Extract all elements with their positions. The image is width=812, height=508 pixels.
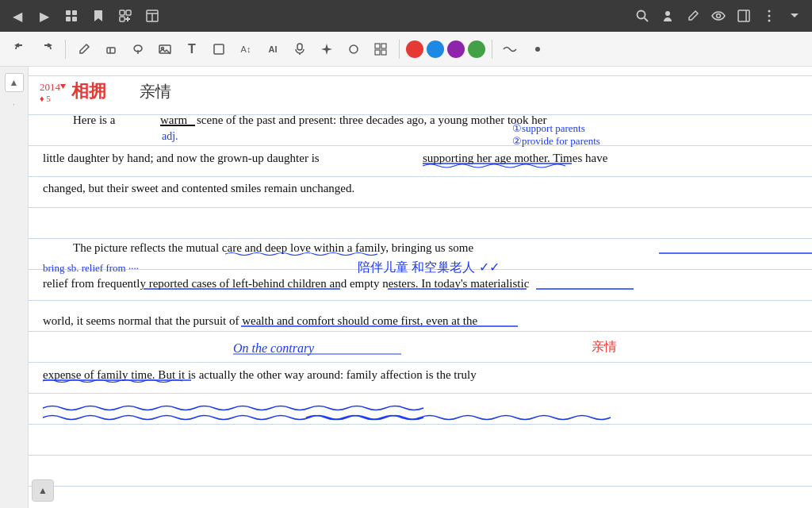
undo-button[interactable]: [8, 37, 32, 61]
bookmark-icon[interactable]: [87, 5, 109, 27]
top-navigation-bar: ◀ ▶: [0, 0, 812, 32]
svg-rect-4: [120, 10, 124, 15]
lasso-tool-button[interactable]: [126, 37, 150, 61]
ink-button[interactable]: [342, 37, 366, 61]
color-red[interactable]: [406, 40, 423, 58]
svg-rect-5: [126, 10, 131, 15]
image-insert-button[interactable]: [153, 37, 177, 61]
pen-edit-icon[interactable]: [682, 5, 704, 27]
svg-rect-31: [375, 50, 380, 55]
svg-point-14: [717, 14, 721, 18]
svg-point-33: [535, 47, 540, 52]
ai-button[interactable]: AI: [261, 37, 285, 61]
redo-button[interactable]: [35, 37, 59, 61]
dot-tool-button[interactable]: [526, 37, 550, 61]
svg-line-13: [645, 18, 649, 22]
document-area: 2014 ♦ 5 相拥 亲情 Here is a warm scene of t…: [29, 67, 812, 508]
scroll-up-container: ▲: [32, 479, 54, 502]
svg-point-17: [768, 10, 771, 13]
svg-rect-2: [66, 17, 71, 21]
svg-point-19: [768, 20, 771, 22]
text-icon: T: [188, 42, 196, 56]
separator: [65, 40, 66, 59]
expand-icon[interactable]: [783, 5, 806, 27]
eraser-tool-button[interactable]: [99, 37, 123, 61]
ai-icon: AI: [269, 44, 278, 54]
eye-icon[interactable]: [707, 5, 730, 27]
wave-tool-button[interactable]: [499, 37, 523, 61]
left-sidebar: ▲ ·: [0, 67, 29, 508]
text-tool-button[interactable]: T: [180, 37, 204, 61]
color-green[interactable]: [468, 40, 485, 58]
color-purple[interactable]: [447, 40, 465, 58]
svg-rect-32: [381, 50, 386, 55]
svg-point-12: [638, 11, 645, 19]
layout-icon[interactable]: [141, 5, 163, 27]
svg-rect-20: [107, 48, 115, 53]
svg-rect-25: [214, 44, 224, 54]
svg-rect-6: [120, 17, 124, 21]
user-icon[interactable]: [657, 5, 679, 27]
svg-rect-26: [297, 44, 302, 50]
scroll-up-button-bottom[interactable]: ▲: [32, 479, 54, 502]
scroll-up-button[interactable]: ▲: [5, 73, 24, 92]
panel-icon[interactable]: [733, 5, 755, 27]
svg-rect-3: [72, 17, 77, 21]
shape-tool-button[interactable]: [207, 37, 231, 61]
resize-a-icon: A↕: [241, 44, 251, 54]
pencil-tool-button[interactable]: [72, 37, 96, 61]
page-indicator: ·: [13, 100, 15, 109]
resize-text-button[interactable]: A↕: [234, 37, 258, 61]
microphone-button[interactable]: [288, 37, 312, 61]
add-icon[interactable]: [114, 5, 136, 27]
page-content: 2014 ♦ 5 相拥 亲情 Here is a warm scene of t…: [29, 67, 812, 508]
svg-rect-29: [375, 44, 380, 48]
more-options-icon[interactable]: [758, 5, 780, 27]
sparkle-button[interactable]: [315, 37, 339, 61]
svg-rect-15: [738, 10, 749, 21]
svg-rect-0: [66, 10, 71, 15]
ocr-button[interactable]: [369, 37, 393, 61]
grid-icon[interactable]: [60, 5, 82, 27]
sep2: [492, 40, 492, 59]
back-button[interactable]: ◀: [6, 5, 29, 27]
main-content-area: ▲ · 2014 ♦ 5 相拥 亲情 Here is a warm: [0, 67, 812, 508]
svg-point-18: [768, 15, 771, 17]
svg-rect-1: [72, 10, 77, 15]
drawing-toolbar: T A↕ AI: [0, 32, 812, 67]
lined-paper-background: [29, 67, 812, 508]
search-icon[interactable]: [631, 5, 653, 27]
color-separator: [399, 40, 400, 59]
svg-rect-30: [381, 44, 386, 48]
svg-point-28: [350, 45, 358, 53]
color-blue[interactable]: [427, 40, 444, 58]
forward-button[interactable]: ▶: [33, 5, 56, 27]
